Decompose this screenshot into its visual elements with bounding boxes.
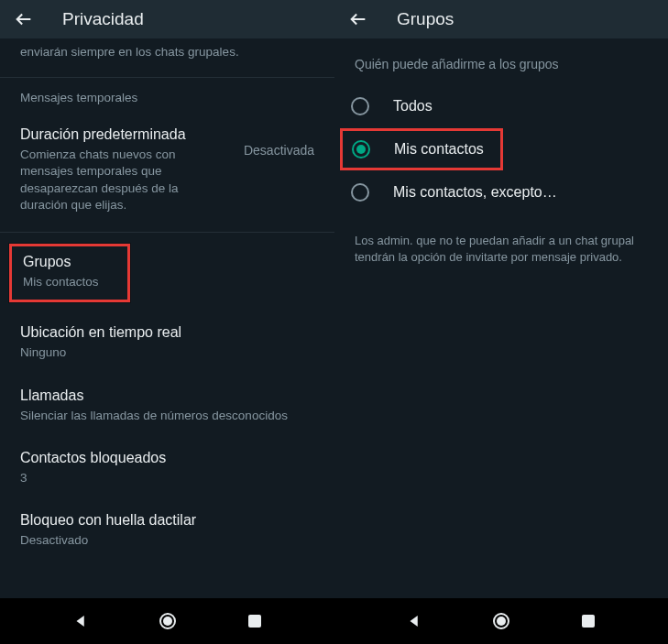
nav-back-icon[interactable]	[403, 610, 425, 632]
radio-icon-selected	[352, 140, 370, 158]
page-title: Privacidad	[62, 9, 144, 29]
item-live-location[interactable]: Ubicación en tiempo real Ninguno	[0, 302, 334, 374]
item-main: Duración predeterminada Comienza chats n…	[20, 126, 233, 213]
item-groups-highlight[interactable]: Grupos Mis contactos	[9, 244, 130, 302]
item-title: Duración predeterminada	[20, 126, 233, 143]
radio-icon	[351, 97, 369, 115]
radio-option-my-contacts-highlight[interactable]: Mis contactos	[340, 128, 503, 170]
item-calls[interactable]: Llamadas Silenciar las llamadas de númer…	[0, 375, 334, 437]
item-main: Bloqueo con huella dactilar Desactivado	[20, 512, 314, 549]
nav-recent-icon[interactable]	[244, 610, 266, 632]
item-sub: Silenciar las llamadas de números descon…	[20, 408, 314, 424]
item-default-duration[interactable]: Duración predeterminada Comienza chats n…	[0, 114, 334, 226]
item-blocked-contacts[interactable]: Contactos bloqueados 3	[0, 437, 334, 499]
nav-home-icon[interactable]	[157, 610, 179, 632]
radio-label: Mis contactos, excepto…	[393, 184, 557, 201]
nav-back-icon[interactable]	[70, 610, 92, 632]
item-title: Contactos bloqueados	[20, 450, 314, 466]
truncated-desc: enviarán siempre en los chats grupales.	[0, 38, 334, 71]
item-title: Llamadas	[20, 387, 314, 404]
back-icon[interactable]	[347, 8, 369, 30]
item-title: Ubicación en tiempo real	[20, 324, 314, 341]
radio-option-everyone[interactable]: Todos	[334, 84, 668, 128]
item-sub: Mis contactos	[23, 274, 116, 290]
item-fingerprint-lock[interactable]: Bloqueo con huella dactilar Desactivado	[0, 499, 334, 562]
nav-recent-icon[interactable]	[577, 610, 599, 632]
page-title: Grupos	[397, 9, 454, 29]
nav-bar	[0, 598, 334, 644]
nav-home-icon[interactable]	[490, 610, 512, 632]
app-bar: Privacidad	[0, 0, 334, 38]
radio-label: Mis contactos	[394, 141, 484, 158]
app-bar: Grupos	[334, 0, 668, 38]
divider	[0, 232, 334, 233]
item-title: Bloqueo con huella dactilar	[20, 512, 314, 529]
item-main: Contactos bloqueados 3	[20, 450, 314, 486]
item-sub: 3	[20, 470, 314, 486]
item-sub: Comienza chats nuevos con mensajes tempo…	[20, 147, 203, 213]
section-header-temporary: Mensajes temporales	[0, 78, 334, 114]
nav-bar	[334, 598, 668, 644]
content: enviarán siempre en los chats grupales. …	[0, 38, 334, 598]
radio-label: Todos	[393, 98, 433, 115]
item-value: Desactivada	[233, 126, 314, 158]
radio-icon	[351, 183, 369, 202]
item-main: Ubicación en tiempo real Ninguno	[20, 324, 314, 361]
radio-option-my-contacts-except[interactable]: Mis contactos, excepto…	[334, 170, 668, 214]
item-sub: Ninguno	[20, 344, 314, 361]
item-title: Grupos	[23, 254, 116, 270]
groups-screen: Grupos Quién puede añadirme a los grupos…	[334, 0, 668, 644]
back-icon[interactable]	[13, 8, 35, 30]
content: Quién puede añadirme a los grupos Todos …	[334, 38, 668, 598]
privacy-screen: Privacidad enviarán siempre en los chats…	[0, 0, 334, 644]
item-sub: Desactivado	[20, 532, 314, 549]
item-main: Llamadas Silenciar las llamadas de númer…	[20, 387, 314, 424]
section-question: Quién puede añadirme a los grupos	[334, 38, 668, 84]
footer-description: Los admin. que no te puedan añadir a un …	[334, 214, 668, 283]
